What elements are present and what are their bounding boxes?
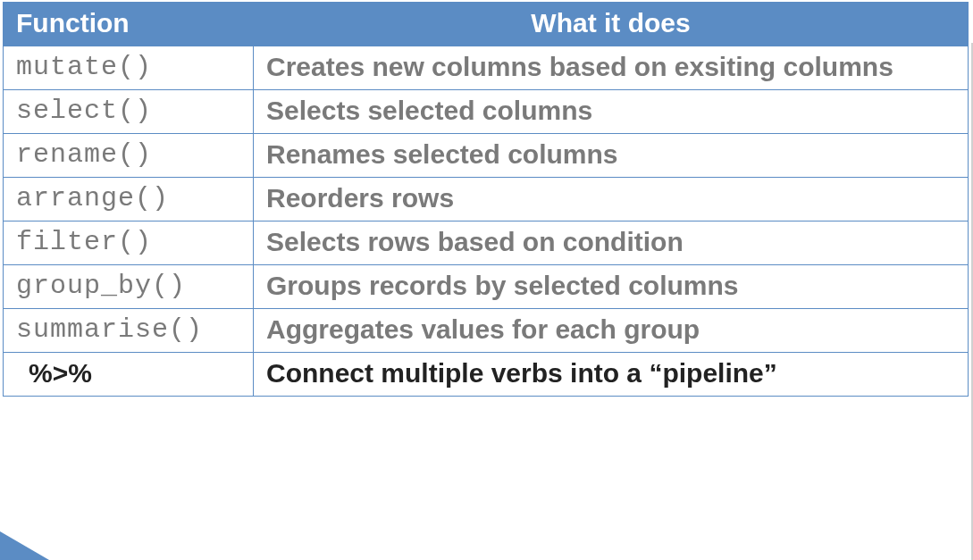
function-description: Connect multiple verbs into a “pipeline” [254,353,969,397]
table-row: select() Selects selected columns [4,90,969,134]
table-row: mutate() Creates new columns based on ex… [4,46,969,90]
function-description: Selects rows based on condition [254,221,969,265]
function-name: select() [4,90,254,134]
table-row-pipe: %>% Connect multiple verbs into a “pipel… [4,353,969,397]
function-description: Selects selected columns [254,90,969,134]
table-row: rename() Renames selected columns [4,134,969,178]
header-function: Function [4,3,254,46]
function-name: rename() [4,134,254,178]
function-description: Aggregates values for each group [254,309,969,353]
table-row: summarise() Aggregates values for each g… [4,309,969,353]
corner-decoration [0,531,49,560]
function-name: mutate() [4,46,254,90]
table-row: group_by() Groups records by selected co… [4,265,969,309]
function-name: %>% [4,353,254,397]
function-description: Renames selected columns [254,134,969,178]
table-row: filter() Selects rows based on condition [4,221,969,265]
table-header-row: Function What it does [4,3,969,46]
function-description: Groups records by selected columns [254,265,969,309]
table-row: arrange() Reorders rows [4,178,969,221]
function-name: summarise() [4,309,254,353]
function-name: arrange() [4,178,254,221]
header-description: What it does [254,3,969,46]
function-table: Function What it does mutate() Creates n… [3,2,969,397]
function-description: Reorders rows [254,178,969,221]
function-description: Creates new columns based on exsiting co… [254,46,969,90]
function-name: filter() [4,221,254,265]
function-name: group_by() [4,265,254,309]
